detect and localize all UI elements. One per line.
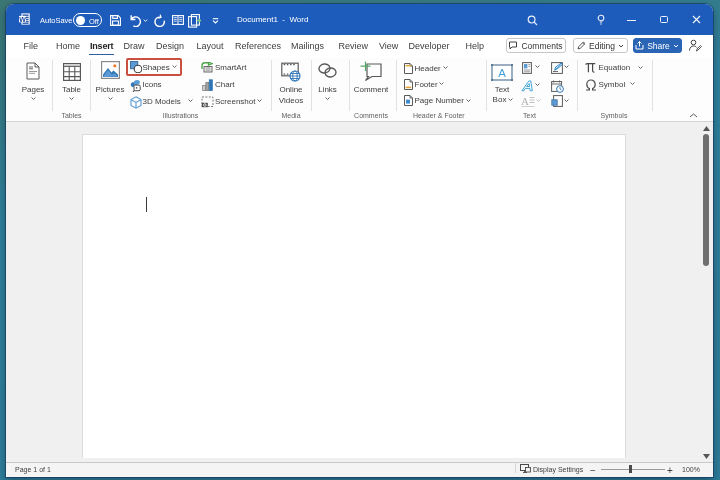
svg-text:W: W xyxy=(19,16,26,23)
svg-text:A: A xyxy=(498,67,506,79)
svg-text:A: A xyxy=(521,95,529,107)
